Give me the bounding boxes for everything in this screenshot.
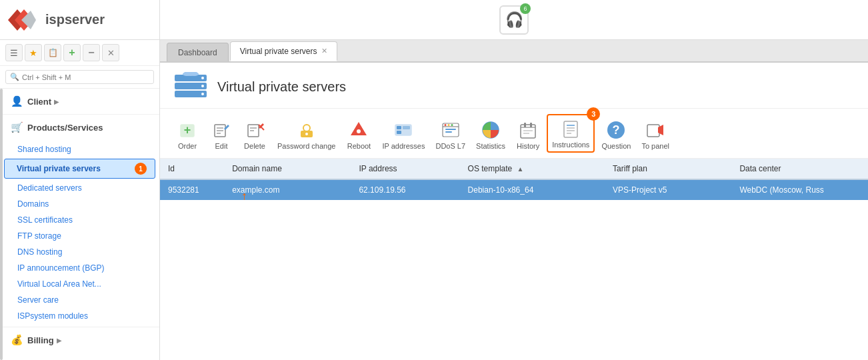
tab-dashboard[interactable]: Dashboard — [167, 43, 229, 61]
sidebar-tool-remove[interactable]: − — [83, 44, 100, 61]
sidebar-item-vps[interactable]: Virtual private servers 1 — [4, 159, 155, 179]
headset-button[interactable]: 🎧 6 — [499, 5, 529, 35]
sidebar-products-header[interactable]: 🛒 Products/Services — [0, 115, 159, 140]
col-os[interactable]: OS template ▲ — [460, 159, 605, 179]
sidebar-item-vlan[interactable]: Virtual Local Area Net... — [0, 276, 159, 292]
sidebar-item-bgp[interactable]: IP announcement (BGP) — [0, 260, 159, 276]
toolbar-statistics-btn[interactable]: Statistics — [472, 117, 509, 153]
toolbar-ip-btn[interactable]: IP addresses — [378, 117, 429, 153]
svg-point-8 — [201, 93, 204, 95]
sidebar-item-dns[interactable]: DNS hosting — [0, 244, 159, 260]
edit-label: Edit — [215, 142, 228, 150]
svg-rect-31 — [397, 131, 401, 134]
sidebar-search-wrapper[interactable]: 🔍 — [5, 70, 154, 84]
svg-rect-38 — [445, 129, 456, 130]
sidebar-item-ftp[interactable]: FTP storage — [0, 228, 159, 244]
products-icon: 🛒 — [11, 121, 23, 133]
svg-text:?: ? — [613, 123, 620, 137]
svg-point-37 — [451, 124, 453, 126]
col-domain[interactable]: Domain name — [224, 159, 351, 179]
page-title: Virtual private servers — [217, 79, 346, 95]
svg-rect-43 — [524, 123, 526, 127]
billing-expand-icon: ▶ — [57, 337, 62, 344]
sidebar-item-domains[interactable]: Domains — [0, 196, 159, 212]
toolbar-edit-btn[interactable]: Edit — [207, 117, 236, 153]
cell-id: 9532281 — [160, 179, 224, 200]
toolbar-reboot-btn[interactable]: Reboot — [342, 117, 375, 153]
question-icon: ? — [605, 119, 627, 141]
sidebar-scroll-area: 👤 Client ▶ 🛒 Products/Services Shared ho… — [0, 89, 159, 360]
client-label: Client — [27, 97, 51, 107]
sidebar-section-client[interactable]: 👤 Client ▶ — [0, 89, 159, 115]
svg-point-28 — [357, 129, 361, 133]
sidebar-item-ispsystem[interactable]: ISPsystem modules — [0, 308, 159, 324]
sidebar-section-billing[interactable]: 💰 Billing ▶ — [0, 327, 159, 353]
order-label: Order — [178, 142, 197, 150]
sidebar-item-dedicated[interactable]: Dedicated servers — [0, 180, 159, 196]
sidebar-tool-menu[interactable]: ☰ — [5, 44, 23, 61]
sidebar-search-area: 🔍 — [0, 66, 159, 89]
table-container: Id Domain name IP address OS template ▲ … — [160, 159, 868, 200]
tab-vps[interactable]: Virtual private servers ✕ — [230, 41, 337, 61]
products-label: Products/Services — [27, 123, 103, 133]
sidebar-item-ssl[interactable]: SSL certificates — [0, 212, 159, 228]
toolbar-password-btn[interactable]: Password change — [273, 117, 339, 153]
col-os-sort: ▲ — [517, 165, 524, 173]
page-header: Virtual private servers — [160, 63, 868, 109]
toolbar-order-btn[interactable]: + Order — [171, 117, 204, 153]
tab-vps-close[interactable]: ✕ — [321, 47, 327, 55]
cell-datacenter: WebDC (Moscow, Russ — [731, 179, 868, 200]
table-row[interactable]: 9532281 example.com ↑ 2 62.109.19.5 — [160, 179, 868, 200]
toolbar-history-btn[interactable]: History — [512, 117, 544, 153]
sidebar-tool-clipboard[interactable]: 📋 — [44, 44, 61, 61]
svg-rect-41 — [521, 125, 535, 138]
topanel-icon — [645, 119, 666, 141]
billing-label: Billing — [27, 335, 54, 345]
vps-table: Id Domain name IP address OS template ▲ … — [160, 159, 868, 200]
sidebar-item-servercare[interactable]: Server care — [0, 292, 159, 308]
svg-point-10 — [183, 72, 191, 76]
logo-icon — [8, 7, 40, 33]
col-ip[interactable]: IP address — [351, 159, 459, 179]
toolbar-topanel-btn[interactable]: To panel — [637, 117, 673, 153]
toolbar: + Order Edit — [160, 109, 868, 159]
reboot-label: Reboot — [347, 142, 371, 150]
client-expand-icon: ▶ — [54, 98, 59, 105]
col-tariff[interactable]: Tariff plan — [605, 159, 731, 179]
toolbar-question-btn[interactable]: ? Question — [597, 117, 635, 153]
svg-rect-30 — [397, 126, 401, 129]
col-id[interactable]: Id — [160, 159, 224, 179]
svg-point-36 — [447, 124, 449, 126]
sidebar-item-shared-hosting[interactable]: Shared hosting — [0, 141, 159, 157]
table-body: 9532281 example.com ↑ 2 62.109.19.5 — [160, 179, 868, 200]
logo-area: ispserver — [0, 0, 160, 39]
cell-tariff: VPS-Project v5 — [605, 179, 731, 200]
svg-rect-47 — [564, 121, 577, 137]
sidebar-tool-star[interactable]: ★ — [25, 44, 42, 61]
history-label: History — [517, 142, 539, 150]
question-label: Question — [601, 142, 631, 150]
sidebar-scrollbar[interactable] — [0, 89, 3, 360]
sidebar-section-products: 🛒 Products/Services Shared hosting Virtu… — [0, 115, 159, 327]
sidebar-tool-add[interactable]: + — [63, 44, 81, 61]
search-input[interactable] — [22, 73, 149, 81]
search-icon: 🔍 — [10, 73, 19, 81]
content-area: Dashboard Virtual private servers ✕ — [160, 40, 868, 360]
toolbar-instructions-btn[interactable]: Instructions 3 — [547, 114, 595, 153]
toolbar-ddos-btn[interactable]: DDoS L7 — [431, 117, 469, 153]
svg-point-24 — [303, 125, 310, 131]
billing-icon: 💰 — [11, 334, 23, 346]
toolbar-delete-btn[interactable]: Delete — [239, 117, 271, 153]
svg-point-35 — [444, 124, 446, 126]
sidebar-tool-close[interactable]: ✕ — [102, 44, 119, 61]
client-icon: 👤 — [11, 95, 23, 107]
order-icon: + — [177, 119, 198, 141]
svg-point-7 — [201, 85, 204, 87]
delete-label: Delete — [244, 142, 265, 150]
col-datacenter[interactable]: Data center — [731, 159, 868, 179]
instructions-label: Instructions — [552, 141, 589, 149]
sidebar: ☰ ★ 📋 + − ✕ 🔍 👤 Client — [0, 40, 160, 360]
ddos-icon — [440, 119, 461, 141]
password-label: Password change — [277, 142, 335, 150]
cell-domain: example.com ↑ 2 — [224, 179, 351, 200]
